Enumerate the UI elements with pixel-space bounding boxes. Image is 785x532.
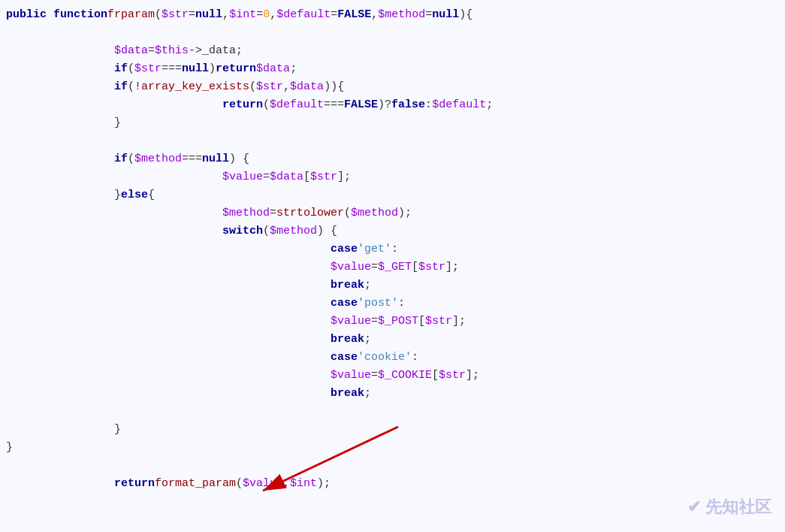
token-kw: if bbox=[114, 60, 128, 77]
token-var: $value bbox=[331, 313, 371, 330]
token-kw: public function bbox=[6, 6, 107, 23]
token-plain: ( bbox=[263, 96, 270, 113]
token-fn: strtolower bbox=[276, 204, 344, 222]
token-var: $str bbox=[162, 6, 189, 23]
code-container: public function frparam($str=null, $int=… bbox=[0, 0, 785, 532]
token-plain: ]; bbox=[466, 367, 479, 384]
token-str: 'cookie' bbox=[358, 349, 412, 366]
code-line: case 'get': bbox=[0, 240, 785, 258]
code-line: } bbox=[0, 114, 785, 132]
code-line: } bbox=[0, 421, 785, 439]
token-var: $data bbox=[270, 168, 303, 186]
code-line: } bbox=[0, 439, 785, 457]
token-plain: ]; bbox=[337, 168, 351, 186]
token-var: $method bbox=[134, 150, 182, 168]
token-var: $str bbox=[134, 60, 162, 77]
token-bool: null bbox=[432, 6, 459, 23]
code-line: case 'post': bbox=[0, 295, 785, 313]
token-plain: ( bbox=[249, 78, 256, 95]
token-plain: === bbox=[182, 150, 202, 168]
code-line: if(!array_key_exists($str,$data)){ bbox=[0, 78, 785, 96]
code-line: if($str===null) return $data; bbox=[0, 60, 785, 78]
token-num: 0 bbox=[263, 6, 270, 23]
token-var: $_POST bbox=[378, 313, 418, 330]
code-line: public function frparam($str=null, $int=… bbox=[0, 6, 785, 24]
code-line: break; bbox=[0, 277, 785, 295]
token-kw: break bbox=[331, 331, 364, 348]
token-plain: } bbox=[114, 421, 121, 438]
token-plain: = bbox=[263, 168, 270, 186]
token-var: $str bbox=[425, 313, 452, 330]
token-var: $int bbox=[229, 6, 256, 23]
token-plain: )){ bbox=[324, 78, 344, 95]
code-line: } else{ bbox=[0, 186, 785, 204]
token-plain: ]; bbox=[445, 258, 459, 276]
code-lines: public function frparam($str=null, $int=… bbox=[0, 6, 785, 493]
token-bool: null bbox=[195, 6, 222, 23]
code-line: case 'cookie': bbox=[0, 349, 785, 367]
token-var: $data bbox=[290, 78, 324, 95]
token-fn: frparam bbox=[107, 6, 155, 23]
token-plain: : bbox=[412, 349, 418, 366]
code-line: switch($method) { bbox=[0, 222, 785, 240]
code-line: break; bbox=[0, 385, 785, 403]
token-plain: , bbox=[222, 6, 229, 23]
code-line bbox=[0, 24, 785, 42]
code-line bbox=[0, 403, 785, 421]
code-line: $value = $_COOKIE[$str]; bbox=[0, 367, 785, 385]
token-var: $method bbox=[270, 222, 317, 240]
token-plain: ) bbox=[209, 60, 216, 77]
token-bool: FALSE bbox=[344, 96, 378, 113]
token-plain: ( bbox=[128, 60, 134, 77]
token-plain: [ bbox=[432, 367, 439, 384]
token-var: $value bbox=[222, 168, 263, 186]
token-plain: = bbox=[256, 6, 263, 23]
token-var: $method bbox=[378, 6, 425, 23]
token-fn: array_key_exists bbox=[141, 78, 249, 95]
token-plain: ( bbox=[155, 6, 162, 23]
token-kw: if bbox=[114, 150, 128, 168]
token-plain: [ bbox=[412, 258, 418, 276]
token-plain: [ bbox=[303, 168, 310, 186]
code-line: if($method===null) { bbox=[0, 150, 785, 168]
watermark: ✔ 先知社区 bbox=[687, 496, 771, 518]
token-plain: : bbox=[398, 295, 405, 312]
token-plain: , bbox=[371, 6, 378, 23]
token-kw: else bbox=[121, 186, 148, 204]
token-var: $method bbox=[351, 204, 398, 222]
token-kw: break bbox=[331, 385, 364, 402]
token-plain: ; bbox=[486, 96, 493, 113]
token-kw: switch bbox=[222, 222, 263, 240]
token-var: $str bbox=[256, 78, 283, 95]
token-plain: (! bbox=[128, 78, 141, 95]
token-plain: = bbox=[425, 6, 432, 23]
token-plain: ); bbox=[398, 204, 412, 222]
token-plain: )? bbox=[378, 96, 391, 113]
token-var: $str bbox=[439, 367, 466, 384]
token-var: $data bbox=[256, 60, 290, 77]
code-line: $method = strtolower($method); bbox=[0, 204, 785, 222]
code-line bbox=[0, 132, 785, 150]
token-plain: ; bbox=[364, 277, 371, 294]
code-line: return ($default===FALSE)?false:$default… bbox=[0, 96, 785, 114]
token-plain: ); bbox=[317, 475, 331, 492]
token-plain: , bbox=[283, 78, 290, 95]
token-plain: ; bbox=[290, 60, 297, 77]
token-kw: case bbox=[331, 295, 358, 312]
token-var: $default bbox=[270, 96, 324, 113]
token-plain: = bbox=[371, 313, 378, 330]
token-kw: return bbox=[222, 96, 263, 113]
token-kw: case bbox=[331, 240, 358, 258]
token-fn: format_param bbox=[155, 475, 236, 492]
token-plain: ) { bbox=[229, 150, 249, 168]
token-kw: return bbox=[216, 60, 256, 77]
token-str: 'post' bbox=[358, 295, 398, 312]
token-plain: [ bbox=[418, 313, 425, 330]
code-line: $value = $data[$str]; bbox=[0, 168, 785, 186]
token-plain: = bbox=[371, 367, 378, 384]
code-line: break; bbox=[0, 331, 785, 349]
token-plain: , bbox=[283, 475, 290, 492]
token-kw: false bbox=[391, 96, 425, 113]
token-plain: ( bbox=[344, 204, 351, 222]
token-kw: return bbox=[114, 475, 155, 492]
